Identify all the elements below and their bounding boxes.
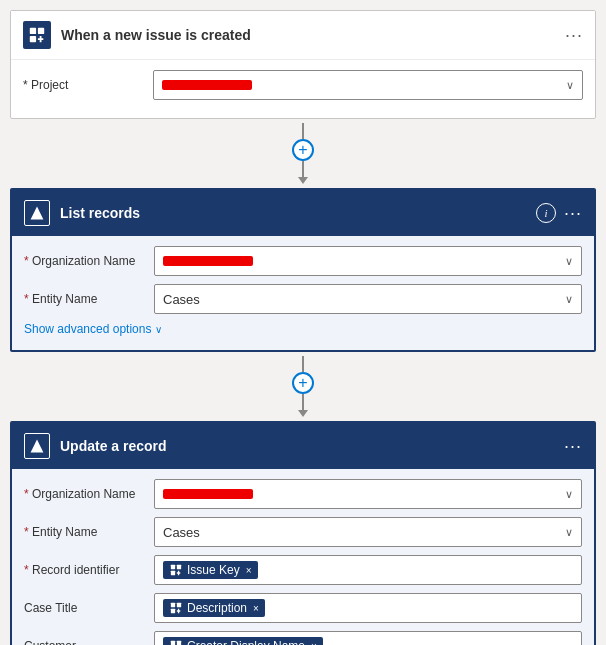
update-record-card: Update a record ··· Organization Name ∨ … [10, 421, 596, 645]
record-id-chip-field[interactable]: Issue Key × [154, 555, 582, 585]
connector-line-top-2 [302, 356, 304, 372]
record-id-chip: Issue Key × [163, 561, 258, 579]
svg-rect-2 [30, 36, 36, 42]
record-id-chip-icon [169, 563, 183, 577]
case-title-field-row: Case Title Description × [24, 593, 582, 623]
list-entity-label: Entity Name [24, 292, 154, 306]
trigger-dots-menu[interactable]: ··· [565, 25, 583, 46]
project-field-row: * Project ∨ [23, 70, 583, 100]
list-records-card: List records i ··· Organization Name ∨ E… [10, 188, 596, 352]
connector-arrow-1 [298, 177, 308, 184]
customer-chip-field[interactable]: Creator Display Name × [154, 631, 582, 645]
svg-rect-1 [38, 28, 44, 34]
update-record-header: Update a record ··· [12, 423, 594, 469]
update-record-body: Organization Name ∨ Entity Name Cases ∨ … [12, 469, 594, 645]
trigger-icon [23, 21, 51, 49]
svg-rect-9 [177, 603, 181, 607]
list-entity-select[interactable]: Cases ∨ [154, 284, 582, 314]
case-title-label: Case Title [24, 601, 154, 615]
svg-marker-4 [31, 440, 44, 453]
update-record-title: Update a record [60, 438, 564, 454]
list-org-value-redacted [163, 256, 253, 266]
list-records-body: Organization Name ∨ Entity Name Cases ∨ … [12, 236, 594, 350]
project-select[interactable]: ∨ [153, 70, 583, 100]
svg-rect-0 [30, 28, 36, 34]
list-records-dots-menu[interactable]: ··· [564, 203, 582, 224]
list-entity-chevron-icon: ∨ [565, 293, 573, 306]
update-org-field-row: Organization Name ∨ [24, 479, 582, 509]
list-records-icon [24, 200, 50, 226]
project-value-redacted [162, 80, 252, 90]
update-org-value-redacted [163, 489, 253, 499]
list-entity-value: Cases [163, 292, 200, 307]
svg-rect-5 [171, 565, 175, 569]
record-id-chip-close[interactable]: × [246, 565, 252, 576]
customer-chip-icon [169, 639, 183, 645]
svg-rect-8 [171, 603, 175, 607]
update-org-label: Organization Name [24, 487, 154, 501]
connector-line-bottom-2 [302, 394, 304, 410]
svg-rect-12 [177, 641, 181, 645]
update-record-icon [24, 433, 50, 459]
add-step-button-1[interactable]: + [292, 139, 314, 161]
customer-field-row: Customer Creator Display Name × [24, 631, 582, 645]
customer-chip-close[interactable]: × [311, 641, 317, 646]
list-org-label: Organization Name [24, 254, 154, 268]
connector-arrow-2 [298, 410, 308, 417]
update-org-chevron-icon: ∨ [565, 488, 573, 501]
update-record-dots-menu[interactable]: ··· [564, 436, 582, 457]
customer-chip-label: Creator Display Name [187, 639, 305, 645]
connector-line-bottom [302, 161, 304, 177]
case-title-chip-close[interactable]: × [253, 603, 259, 614]
list-records-header: List records i ··· [12, 190, 594, 236]
svg-rect-10 [171, 609, 175, 613]
case-title-chip-field[interactable]: Description × [154, 593, 582, 623]
update-org-select[interactable]: ∨ [154, 479, 582, 509]
svg-rect-7 [171, 571, 175, 575]
record-id-label: Record identifier [24, 563, 154, 577]
update-entity-chevron-icon: ∨ [565, 526, 573, 539]
list-records-info-icon[interactable]: i [536, 203, 556, 223]
connector-1: + [10, 119, 596, 188]
project-chevron-icon: ∨ [566, 79, 574, 92]
trigger-card: When a new issue is created ··· * Projec… [10, 10, 596, 119]
list-show-advanced-label: Show advanced options [24, 322, 151, 336]
svg-rect-11 [171, 641, 175, 645]
update-entity-field-row: Entity Name Cases ∨ [24, 517, 582, 547]
list-org-chevron-icon: ∨ [565, 255, 573, 268]
svg-marker-3 [31, 207, 44, 220]
list-records-title: List records [60, 205, 536, 221]
list-org-select[interactable]: ∨ [154, 246, 582, 276]
customer-label: Customer [24, 639, 154, 645]
customer-chip: Creator Display Name × [163, 637, 323, 645]
list-org-field-row: Organization Name ∨ [24, 246, 582, 276]
case-title-chip-label: Description [187, 601, 247, 615]
record-id-chip-label: Issue Key [187, 563, 240, 577]
record-id-field-row: Record identifier Issue Key × [24, 555, 582, 585]
connector-2: + [10, 352, 596, 421]
update-entity-label: Entity Name [24, 525, 154, 539]
list-show-advanced-link[interactable]: Show advanced options ∨ [24, 322, 582, 336]
list-show-advanced-chevron-icon: ∨ [155, 324, 162, 335]
connector-line-top [302, 123, 304, 139]
update-entity-select[interactable]: Cases ∨ [154, 517, 582, 547]
case-title-chip-icon [169, 601, 183, 615]
trigger-header: When a new issue is created ··· [11, 11, 595, 60]
list-entity-field-row: Entity Name Cases ∨ [24, 284, 582, 314]
add-step-button-2[interactable]: + [292, 372, 314, 394]
svg-rect-6 [177, 565, 181, 569]
trigger-body: * Project ∨ [11, 60, 595, 118]
case-title-chip: Description × [163, 599, 265, 617]
project-label: * Project [23, 78, 153, 92]
trigger-title: When a new issue is created [61, 27, 565, 43]
update-entity-value: Cases [163, 525, 200, 540]
